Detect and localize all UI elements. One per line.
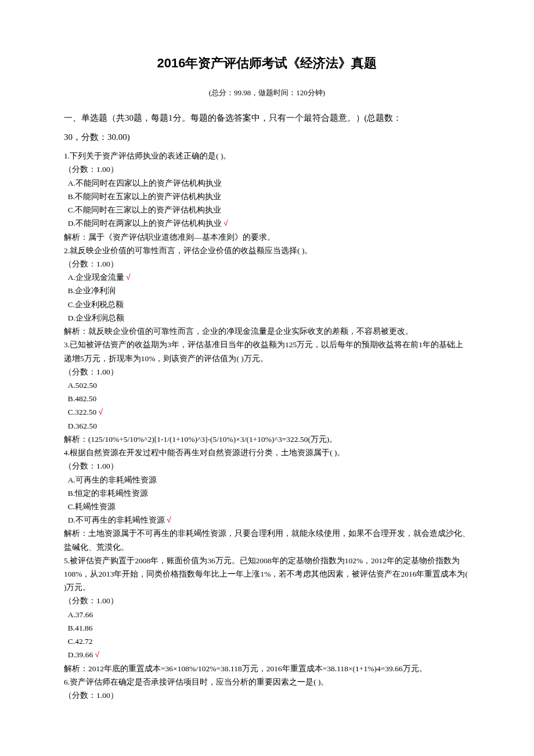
q3-option-b: B.482.50 — [64, 392, 470, 405]
q2-text: 2.就反映企业价值的可靠性而言，评估企业价值的收益额应当选择( )。 — [64, 244, 470, 257]
check-icon: √ — [223, 219, 228, 228]
q1-points: （分数：1.00） — [64, 163, 470, 176]
q5-option-b: B.41.86 — [64, 621, 470, 635]
q4-text: 4.根据自然资源在开发过程中能否再生对自然资源进行分类，土地资源属于( )。 — [64, 446, 470, 459]
q1-option-b: B.不能同时在五家以上的资产评估机构执业 — [64, 190, 470, 203]
q1-option-a: A.不能同时在四家以上的资产评估机构执业 — [64, 177, 470, 190]
q2-analysis: 解析：就反映企业价值的可靠性而言，企业的净现金流量是企业实际收支的差额，不容易被… — [64, 325, 470, 338]
q2-option-d: D.企业利润总额 — [64, 311, 470, 325]
q6-text: 6.资产评估师在确定是否承接评估项目时，应当分析的重要因素之一是( )。 — [64, 675, 470, 689]
q2-option-a: A.企业现金流量 √ — [64, 271, 470, 284]
q3-option-d: D.362.50 — [64, 419, 470, 433]
q4-option-b: B.恒定的非耗竭性资源 — [64, 487, 470, 500]
q4-option-a: A.可再生的非耗竭性资源 — [64, 473, 470, 487]
q4-analysis: 解析：土地资源属于不可再生的非耗竭性资源，只要合理利用，就能永续使用，如果不合理… — [64, 527, 470, 553]
check-icon: √ — [126, 273, 130, 282]
q2-option-b: B.企业净利润 — [64, 284, 470, 297]
q3-text: 3.已知被评估资产的收益期为3年，评估基准日当年的收益额为125万元，以后每年的… — [64, 338, 470, 365]
q1-option-c: C.不能同时在三家以上的资产评估机构执业 — [64, 203, 470, 217]
section-1-header-line2: 30，分数：30.00) — [64, 132, 130, 142]
check-icon: √ — [99, 408, 103, 416]
q3-option-c: C.322.50 √ — [64, 405, 470, 419]
check-icon: √ — [167, 516, 171, 524]
q5-analysis: 解析：2012年底的重置成本=36×108%/102%=38.118万元，201… — [64, 662, 470, 675]
check-icon: √ — [95, 650, 99, 659]
q4-points: （分数：1.00） — [64, 459, 470, 473]
q6-points: （分数：1.00） — [64, 689, 470, 702]
q1-option-d: D.不能同时在两家以上的资产评估机构执业 √ — [64, 217, 470, 230]
section-1-header-line1: 一、单选题（共30题，每题1分。每题的备选答案中，只有一个最符合题意。）(总题数… — [64, 113, 402, 123]
q4-option-c: C.耗竭性资源 — [64, 500, 470, 513]
section-1-header: 一、单选题（共30题，每题1分。每题的备选答案中，只有一个最符合题意。）(总题数… — [64, 109, 470, 147]
q4-option-d: D.不可再生的非耗竭性资源 √ — [64, 513, 470, 527]
q5-points: （分数：1.00） — [64, 594, 470, 607]
q3-option-a: A.502.50 — [64, 379, 470, 392]
q1-analysis: 解析：属于《资产评估职业道德准则—基本准则》的要求。 — [64, 231, 470, 244]
q2-option-c: C.企业利税总额 — [64, 298, 470, 311]
document-title: 2016年资产评估师考试《经济法》真题 — [64, 52, 470, 75]
q3-points: （分数：1.00） — [64, 365, 470, 379]
q1-text: 1.下列关于资产评估师执业的表述正确的是( )。 — [64, 149, 470, 163]
q2-points: （分数：1.00） — [64, 257, 470, 271]
q5-text: 5.被评估资产购置于2008年，账面价值为36万元。已知2008年的定基物价指数… — [64, 554, 470, 595]
document-subtitle: (总分：99.98，做题时间：120分钟) — [64, 87, 470, 100]
q3-analysis: 解析：(125/10%+5/10%^2)[1-1/(1+10%)^3]-(5/1… — [64, 433, 470, 446]
q5-option-a: A.37.66 — [64, 608, 470, 621]
q5-option-d: D.39.66 √ — [64, 648, 470, 661]
q5-option-c: C.42.72 — [64, 635, 470, 648]
